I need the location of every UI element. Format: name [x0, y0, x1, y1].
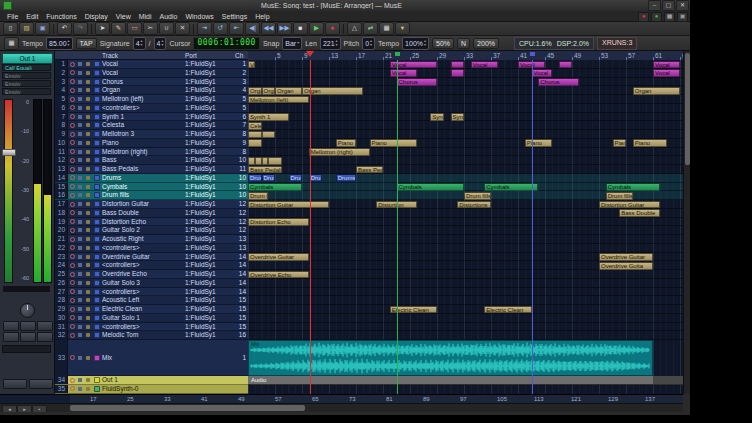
monitor-icon[interactable]	[84, 272, 92, 276]
punch-in-icon[interactable]: ⇥	[197, 22, 212, 35]
mute-icon[interactable]	[76, 80, 84, 84]
marker-icon[interactable]: ▾	[395, 22, 410, 35]
monitor-icon[interactable]	[84, 237, 92, 241]
mute-icon[interactable]	[76, 246, 84, 250]
zoom-out-button[interactable]: 50%	[432, 38, 454, 49]
mute-icon[interactable]	[76, 378, 84, 382]
menu-help[interactable]: Help	[251, 11, 273, 22]
rewind-icon[interactable]: ◀◀	[261, 22, 276, 35]
track-channel[interactable]: 14	[235, 253, 248, 261]
monitor-icon[interactable]	[84, 158, 92, 162]
track-port[interactable]: 1:FluidSy1	[185, 95, 235, 103]
track-row[interactable]: 20Guitar Solo 21:FluidSy112	[55, 226, 248, 235]
play-icon[interactable]: ▶	[309, 22, 324, 35]
part[interactable]: Cymbals	[248, 183, 302, 191]
part[interactable]: Organ	[302, 87, 363, 95]
part[interactable]: Piano	[336, 139, 356, 147]
mute-icon[interactable]	[76, 97, 84, 101]
track-port[interactable]: 1:FluidSy1	[185, 218, 235, 226]
track-channel[interactable]: 10	[235, 183, 248, 191]
zoom-normal-button[interactable]: N	[457, 38, 470, 49]
mute-icon[interactable]	[76, 316, 84, 320]
left-loop-marker-icon[interactable]	[395, 52, 400, 56]
maximize-button[interactable]: ▢	[662, 0, 675, 11]
mute-tool-icon[interactable]: ✕	[175, 22, 190, 35]
mute-icon[interactable]	[76, 193, 84, 197]
part[interactable]: Drum fills	[248, 192, 268, 200]
monitor-icon[interactable]	[84, 387, 92, 391]
spinner-arrows-icon[interactable]: ▴▾	[141, 39, 143, 47]
track-name[interactable]: FluidSynth-0	[102, 385, 185, 393]
mute-icon[interactable]	[76, 158, 84, 162]
track-row[interactable]: 8Celesta1:FluidSy17	[55, 121, 248, 130]
track-channel[interactable]: 14	[235, 261, 248, 269]
right-loop-marker-icon[interactable]	[530, 52, 535, 56]
vertical-scrollbar-thumb[interactable]	[685, 53, 690, 165]
mute-icon[interactable]	[76, 228, 84, 232]
track-row[interactable]: 32Melodic Tom1:FluidSy116	[55, 331, 248, 340]
record-arm-icon[interactable]	[68, 123, 76, 128]
chevron-down-icon[interactable]: ▾	[297, 41, 299, 45]
part[interactable]: Mellotron (left)	[248, 96, 309, 104]
track-name[interactable]: <controllers>	[102, 261, 185, 269]
mute-icon[interactable]	[76, 141, 84, 145]
track-name[interactable]: Piano	[102, 139, 185, 147]
record-arm-icon[interactable]	[68, 333, 76, 338]
part[interactable]: Distortion Guitar	[248, 201, 329, 209]
spinner-arrows-icon[interactable]: ▴▾	[68, 39, 70, 47]
scissors-tool-icon[interactable]: ✂	[143, 22, 158, 35]
track-name[interactable]: Mellotron (left)	[102, 95, 185, 103]
monitor-icon[interactable]	[84, 62, 92, 66]
track-port[interactable]: 1:FluidSy1	[185, 165, 235, 173]
track-channel[interactable]: 12	[235, 218, 248, 226]
forward-icon[interactable]: ▶▶	[277, 22, 292, 35]
mute-icon[interactable]	[76, 176, 84, 180]
track-row[interactable]: 18Bass Double1:FluidSy112	[55, 209, 248, 218]
track-row[interactable]: 22<controllers>1:FluidSy113	[55, 244, 248, 253]
part[interactable]	[262, 157, 269, 165]
track-name[interactable]: Distortion Guitar	[102, 200, 185, 208]
part[interactable]: Chorus	[397, 78, 438, 86]
track-row[interactable]: 35FluidSynth-0	[55, 385, 248, 394]
signature-numerator-spinbox[interactable]: 4▴▾	[133, 37, 146, 50]
monitor-icon[interactable]	[84, 220, 92, 224]
track-channel[interactable]: 12	[235, 200, 248, 208]
monitor-icon[interactable]	[84, 307, 92, 311]
record-arm-icon[interactable]	[68, 114, 76, 119]
track-channel[interactable]: 2	[235, 69, 248, 77]
track-channel[interactable]: 5	[235, 95, 248, 103]
part[interactable]: Cymbals	[606, 183, 660, 191]
mute-icon[interactable]	[76, 333, 84, 337]
track-row[interactable]: 30Guitar Solo 11:FluidSy115	[55, 314, 248, 323]
track-channel[interactable]: 10	[235, 191, 248, 199]
record-arm-icon[interactable]	[68, 97, 76, 102]
eraser-tool-icon[interactable]: ▭	[127, 22, 142, 35]
record-arm-icon[interactable]	[68, 167, 76, 172]
record-arm-icon[interactable]	[68, 184, 76, 189]
track-port[interactable]: 1:FluidSy1	[185, 86, 235, 94]
track-name[interactable]: Out 1	[102, 376, 185, 384]
track-port[interactable]: 1:FluidSy1	[185, 296, 235, 304]
automation-button[interactable]	[37, 332, 53, 342]
part[interactable]: Organ	[248, 87, 262, 95]
part[interactable]: Vocal	[471, 61, 498, 69]
monitor-icon[interactable]	[84, 123, 92, 127]
horizontal-scrollbar-thumb[interactable]	[70, 405, 305, 411]
record-arm-icon[interactable]	[68, 378, 76, 383]
cpu-dsp-meter[interactable]: CPU:1.6% DSP:2.0%	[514, 37, 594, 50]
record-arm-icon[interactable]	[68, 307, 76, 312]
mute-icon[interactable]	[76, 88, 84, 92]
track-row[interactable]: 28Acoustic Left1:FluidSy115	[55, 296, 248, 305]
pitch-spinbox[interactable]: 0▴▾	[362, 37, 375, 50]
track-channel[interactable]: 7	[235, 121, 248, 129]
track-name[interactable]: Celesta	[102, 121, 185, 129]
part[interactable]: Vocal	[532, 69, 552, 77]
part[interactable]	[268, 157, 282, 165]
undo-icon[interactable]: ↶	[57, 22, 72, 35]
part[interactable]: Piano	[370, 139, 417, 147]
whats-this-icon[interactable]: ▦	[664, 12, 675, 22]
record-arm-icon[interactable]	[68, 193, 76, 198]
track-row[interactable]: 26Guitar Solo 31:FluidSy114	[55, 279, 248, 288]
track-port[interactable]: 1:FluidSy1	[185, 200, 235, 208]
record-arm-icon[interactable]	[68, 324, 76, 329]
